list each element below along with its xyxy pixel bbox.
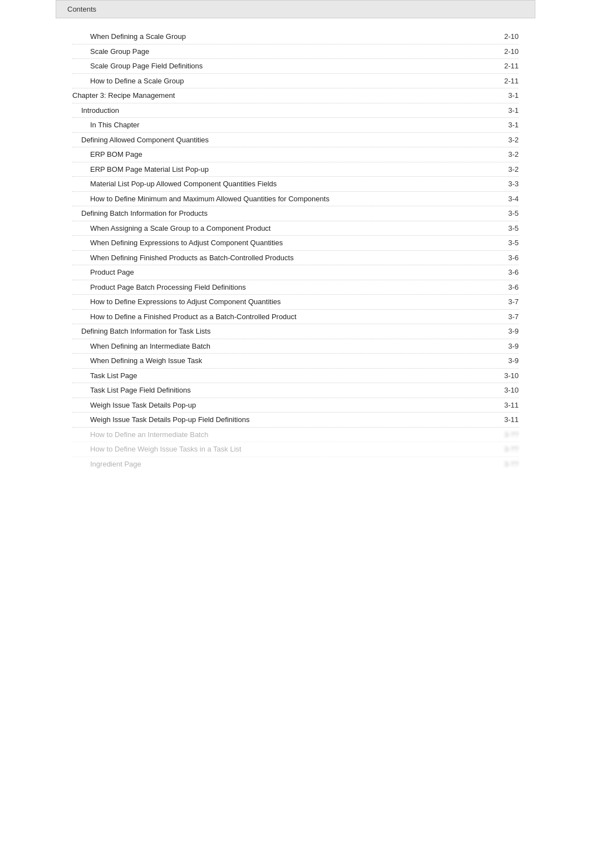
- toc-item-title: In This Chapter: [72, 120, 496, 131]
- toc-item-title: ERP BOM Page Material List Pop-up: [72, 164, 496, 175]
- page-container: Contents When Defining a Scale Group2-10…: [0, 0, 591, 868]
- toc-item-title: Weigh Issue Task Details Pop-up Field De…: [72, 414, 496, 425]
- toc-item-page: 2-10: [496, 31, 519, 42]
- toc-item[interactable]: ERP BOM Page Material List Pop-up3-2: [72, 162, 519, 177]
- toc-item[interactable]: ERP BOM Page3-2: [72, 147, 519, 162]
- toc-item[interactable]: Defining Allowed Component Quantities3-2: [72, 133, 519, 148]
- toc-item[interactable]: Task List Page3-10: [72, 369, 519, 384]
- toc-item[interactable]: Introduction3-1: [72, 103, 519, 118]
- toc-item[interactable]: When Defining a Weigh Issue Task3-9: [72, 354, 519, 369]
- toc-item-page: 3-6: [496, 252, 519, 264]
- toc-item-title: Task List Page: [72, 370, 496, 381]
- toc-item-page: 3-1: [496, 105, 519, 116]
- toc-item-title: Material List Pop-up Allowed Component Q…: [72, 178, 496, 190]
- contents-header-text: Contents: [67, 5, 96, 13]
- toc-item-page: 3-1: [496, 120, 519, 131]
- toc-item[interactable]: Weigh Issue Task Details Pop-up Field De…: [72, 413, 519, 428]
- toc-item-page: 2-11: [496, 76, 519, 87]
- toc-item-page: 3-7: [496, 296, 519, 307]
- toc-item-title: How to Define a Scale Group: [72, 76, 496, 87]
- toc-item[interactable]: How to Define a Scale Group2-11: [72, 74, 519, 89]
- toc-item[interactable]: Product Page Batch Processing Field Defi…: [72, 280, 519, 295]
- toc-item[interactable]: When Defining Finished Products as Batch…: [72, 251, 519, 266]
- toc-item[interactable]: How to Define a Finished Product as a Ba…: [72, 310, 519, 325]
- toc-item[interactable]: Scale Group Page2-10: [72, 44, 519, 59]
- toc-item-page: 3-5: [496, 237, 519, 249]
- toc-item-page: 2-10: [496, 46, 519, 57]
- toc-item-title: When Defining Expressions to Adjust Comp…: [72, 237, 496, 249]
- toc-item[interactable]: How to Define Expressions to Adjust Comp…: [72, 295, 519, 310]
- toc-item-title: Product Page Batch Processing Field Defi…: [72, 282, 496, 293]
- toc-item[interactable]: How to Define Weigh Issue Tasks in a Tas…: [72, 442, 519, 457]
- toc-item-page: 2-11: [496, 61, 519, 72]
- toc-item[interactable]: Scale Group Page Field Definitions2-11: [72, 59, 519, 74]
- toc-item-title: How to Define Weigh Issue Tasks in a Tas…: [72, 444, 496, 455]
- toc-item-page: 3-6: [496, 282, 519, 293]
- toc-item-title: When Defining a Scale Group: [72, 31, 496, 42]
- toc-item-page: 3-??: [496, 459, 519, 470]
- toc-item-title: Scale Group Page Field Definitions: [72, 61, 496, 72]
- toc-item-title: Defining Batch Information for Products: [72, 208, 496, 219]
- toc-item[interactable]: How to Define Minimum and Maximum Allowe…: [72, 192, 519, 207]
- toc-item-title: Product Page: [72, 267, 496, 278]
- toc-item-title: Defining Batch Information for Task List…: [72, 326, 496, 337]
- toc-item[interactable]: When Assigning a Scale Group to a Compon…: [72, 221, 519, 236]
- toc-item-title: Task List Page Field Definitions: [72, 385, 496, 396]
- toc-item[interactable]: Task List Page Field Definitions3-10: [72, 383, 519, 398]
- toc-item-page: 3-9: [496, 326, 519, 337]
- toc-item-title: Chapter 3: Recipe Management: [72, 90, 496, 101]
- toc-item[interactable]: Material List Pop-up Allowed Component Q…: [72, 177, 519, 192]
- toc-item-page: 3-??: [496, 444, 519, 455]
- toc-item-title: When Assigning a Scale Group to a Compon…: [72, 223, 496, 234]
- toc-item[interactable]: When Defining an Intermediate Batch3-9: [72, 339, 519, 354]
- toc-item-page: 3-5: [496, 223, 519, 234]
- toc-item-title: How to Define an Intermediate Batch: [72, 429, 496, 440]
- toc-item-title: How to Define Expressions to Adjust Comp…: [72, 296, 496, 307]
- toc-item-page: 3-9: [496, 355, 519, 366]
- toc-item-page: 3-3: [496, 178, 519, 190]
- toc-item[interactable]: When Defining Expressions to Adjust Comp…: [72, 236, 519, 251]
- toc-item-title: When Defining a Weigh Issue Task: [72, 355, 496, 366]
- toc-item[interactable]: Ingredient Page3-??: [72, 457, 519, 472]
- toc-item-page: 3-7: [496, 311, 519, 323]
- toc-item[interactable]: Chapter 3: Recipe Management3-1: [72, 88, 519, 103]
- toc-item-title: Ingredient Page: [72, 459, 496, 470]
- toc-item[interactable]: Weigh Issue Task Details Pop-up3-11: [72, 398, 519, 413]
- toc-item-title: Weigh Issue Task Details Pop-up: [72, 400, 496, 411]
- toc-item-page: 3-4: [496, 194, 519, 205]
- toc-item-page: 3-9: [496, 341, 519, 352]
- toc-item-page: 3-2: [496, 135, 519, 146]
- toc-item[interactable]: Product Page3-6: [72, 265, 519, 280]
- toc-item-page: 3-5: [496, 208, 519, 219]
- toc-item-page: 3-11: [496, 414, 519, 425]
- toc-item[interactable]: How to Define an Intermediate Batch3-??: [72, 428, 519, 443]
- toc-item-title: How to Define Minimum and Maximum Allowe…: [72, 194, 496, 205]
- toc-item[interactable]: In This Chapter3-1: [72, 118, 519, 133]
- toc-container: When Defining a Scale Group2-10Scale Gro…: [72, 29, 519, 471]
- toc-item[interactable]: Defining Batch Information for Task List…: [72, 324, 519, 339]
- toc-item-page: 3-10: [496, 370, 519, 381]
- toc-item-title: Scale Group Page: [72, 46, 496, 57]
- toc-item-page: 3-2: [496, 164, 519, 175]
- toc-item-title: When Defining Finished Products as Batch…: [72, 252, 496, 264]
- toc-item[interactable]: Defining Batch Information for Products3…: [72, 206, 519, 221]
- toc-item-title: Defining Allowed Component Quantities: [72, 135, 496, 146]
- toc-item-title: When Defining an Intermediate Batch: [72, 341, 496, 352]
- toc-item-page: 3-2: [496, 149, 519, 160]
- toc-item[interactable]: When Defining a Scale Group2-10: [72, 29, 519, 44]
- contents-header: Contents: [56, 0, 535, 18]
- toc-item-page: 3-??: [496, 429, 519, 440]
- toc-item-page: 3-11: [496, 400, 519, 411]
- toc-item-title: Introduction: [72, 105, 496, 116]
- toc-item-title: How to Define a Finished Product as a Ba…: [72, 311, 496, 323]
- toc-item-page: 3-1: [496, 90, 519, 101]
- toc-item-title: ERP BOM Page: [72, 149, 496, 160]
- toc-item-page: 3-6: [496, 267, 519, 278]
- toc-item-page: 3-10: [496, 385, 519, 396]
